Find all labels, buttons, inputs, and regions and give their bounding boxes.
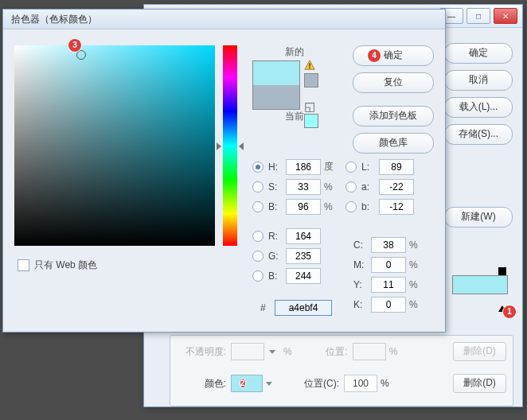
c-input[interactable]: 38 bbox=[371, 237, 406, 253]
delete-opacity-button: 删除(D) bbox=[453, 342, 506, 361]
delete-color-button[interactable]: 删除(D) bbox=[453, 374, 506, 393]
parent-cancel-button[interactable]: 取消 bbox=[444, 70, 513, 91]
b-input[interactable]: 244 bbox=[286, 268, 321, 284]
gradient-preview[interactable]: 1 bbox=[452, 275, 508, 304]
add-swatch-button[interactable]: 添加到色板 bbox=[353, 106, 434, 126]
web-only-row: 只有 Web 颜色 bbox=[18, 259, 97, 272]
hex-input[interactable]: a4ebf4 bbox=[275, 300, 332, 316]
parent-ok-button[interactable]: 确定 bbox=[444, 43, 513, 64]
color-row: 颜色: 2 位置(C): 100 % 删除(D) bbox=[170, 368, 513, 399]
hue-pointer-left-icon[interactable] bbox=[217, 142, 221, 150]
radio-l[interactable] bbox=[345, 161, 357, 173]
sv-cursor-icon[interactable] bbox=[76, 50, 86, 60]
parent-new-button[interactable]: 新建(W) bbox=[444, 207, 513, 228]
color-swatch[interactable]: 2 bbox=[231, 375, 263, 392]
web-safe-warning-icon[interactable]: ◱ bbox=[304, 99, 315, 114]
hex-row: # a4ebf4 bbox=[260, 300, 335, 316]
parent-side-buttons: 确定 取消 载入(L)... 存储(S)... 新建(W) bbox=[444, 43, 513, 228]
annotation-badge-2: 2 bbox=[240, 379, 245, 387]
chevron-down-icon bbox=[269, 350, 275, 354]
current-label: 当前 bbox=[252, 110, 336, 123]
gamut-warning-icon[interactable] bbox=[304, 60, 315, 71]
lb-input[interactable]: -12 bbox=[379, 199, 414, 215]
opacity-label: 不透明度: bbox=[177, 345, 226, 359]
color-picker-window: 拾色器（色标颜色） 3 新的 当前 ◱ 4 确定 复位 bbox=[2, 9, 446, 332]
picker-title: 拾色器（色标颜色） bbox=[3, 10, 445, 29]
g-input[interactable]: 235 bbox=[286, 248, 321, 264]
annotation-badge-4: 4 bbox=[368, 49, 381, 62]
opacity-stop-icon[interactable] bbox=[498, 267, 506, 275]
radio-g[interactable] bbox=[252, 251, 264, 262]
h-input[interactable]: 186 bbox=[286, 159, 321, 175]
close-button[interactable]: ✕ bbox=[494, 8, 517, 24]
picker-reset-button[interactable]: 复位 bbox=[353, 72, 434, 93]
web-only-label: 只有 Web 颜色 bbox=[34, 259, 97, 272]
a-input[interactable]: -22 bbox=[379, 179, 414, 195]
hue-pointer-right-icon[interactable] bbox=[239, 142, 244, 150]
l-input[interactable]: 89 bbox=[379, 159, 414, 175]
annotation-badge-3: 3 bbox=[68, 39, 81, 52]
hsb-rgb-group: H:186度 S:33% B:96% R:164 G:235 B:244 bbox=[252, 157, 338, 286]
cmyk-group: C:38% M:0% Y:11% K:0% bbox=[353, 235, 424, 314]
parent-save-button[interactable]: 存储(S)... bbox=[444, 124, 513, 145]
picker-buttons: 4 确定 复位 添加到色板 颜色库 bbox=[353, 45, 434, 154]
maximize-button[interactable]: □ bbox=[466, 8, 490, 24]
m-input[interactable]: 0 bbox=[371, 257, 406, 273]
position2-label: 位置(C): bbox=[293, 377, 339, 391]
radio-lb[interactable] bbox=[345, 201, 357, 212]
k-input[interactable]: 0 bbox=[371, 297, 406, 313]
y-input[interactable]: 11 bbox=[371, 277, 406, 293]
percent-label: % bbox=[381, 378, 389, 389]
picker-body: 3 新的 当前 ◱ 4 确定 复位 添加到色板 颜色库 bbox=[3, 29, 445, 332]
color-compare-box bbox=[252, 60, 300, 110]
picker-ok-button[interactable]: 4 确定 bbox=[353, 45, 434, 66]
chevron-down-icon[interactable] bbox=[266, 382, 272, 386]
radio-s[interactable] bbox=[252, 181, 264, 192]
gradient-bar[interactable] bbox=[452, 275, 508, 294]
ok-label: 确定 bbox=[384, 49, 403, 60]
current-color-swatch[interactable] bbox=[253, 85, 299, 109]
position-label: 位置: bbox=[308, 345, 348, 359]
web-only-checkbox[interactable] bbox=[18, 259, 29, 271]
gradient-stop-panel: 不透明度: % 位置: % 删除(D) 颜色: 2 位置(C): 100 % 删… bbox=[170, 335, 513, 406]
svg-rect-1 bbox=[309, 63, 310, 66]
annotation-badge-1: 1 bbox=[503, 305, 516, 318]
new-current-group: 新的 当前 bbox=[252, 45, 336, 125]
radio-r[interactable] bbox=[252, 231, 264, 242]
radio-a[interactable] bbox=[345, 181, 357, 192]
opacity-row: 不透明度: % 位置: % 删除(D) bbox=[170, 336, 513, 368]
color-label: 颜色: bbox=[177, 377, 226, 391]
radio-h[interactable] bbox=[252, 161, 264, 173]
percent-label: % bbox=[389, 346, 398, 357]
gamut-safe-swatch[interactable] bbox=[304, 73, 318, 88]
position-input bbox=[353, 343, 386, 360]
saturation-value-field[interactable]: 3 bbox=[14, 45, 215, 246]
radio-b[interactable] bbox=[252, 270, 264, 282]
lab-group: L:89 a:-22 b:-12 bbox=[345, 157, 417, 216]
new-color-swatch bbox=[253, 61, 299, 85]
position2-input[interactable]: 100 bbox=[344, 375, 377, 392]
svg-rect-2 bbox=[309, 68, 310, 69]
parent-load-button[interactable]: 载入(L)... bbox=[444, 97, 513, 118]
web-safe-swatch[interactable] bbox=[304, 114, 318, 128]
r-input[interactable]: 164 bbox=[286, 228, 321, 244]
radio-bv[interactable] bbox=[252, 201, 264, 212]
percent-label: % bbox=[283, 346, 292, 357]
opacity-input bbox=[231, 343, 264, 360]
bv-input[interactable]: 96 bbox=[286, 199, 321, 215]
new-label: 新的 bbox=[252, 45, 336, 59]
color-library-button[interactable]: 颜色库 bbox=[353, 133, 434, 154]
s-input[interactable]: 33 bbox=[286, 179, 321, 195]
hue-slider[interactable] bbox=[223, 45, 237, 246]
